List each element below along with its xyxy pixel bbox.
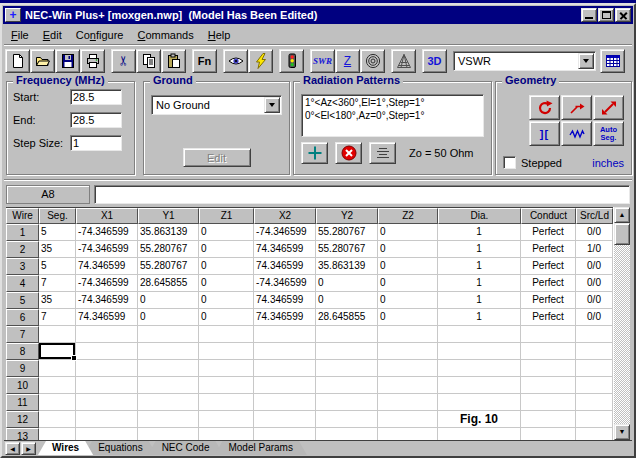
maximize-button[interactable]	[598, 8, 614, 22]
menu-help[interactable]: Help	[201, 27, 238, 43]
active-cell[interactable]	[39, 343, 76, 360]
cell[interactable]	[316, 343, 378, 360]
app-icon[interactable]: +	[5, 8, 21, 22]
cell[interactable]	[254, 428, 316, 440]
cell-reference-box[interactable]: A8	[6, 185, 90, 204]
cell[interactable]: 0	[199, 241, 254, 258]
cell[interactable]	[378, 394, 438, 411]
row-header[interactable]: 12	[6, 411, 39, 428]
cell[interactable]: 74.346599	[254, 292, 316, 309]
cell[interactable]: 74.346599	[254, 309, 316, 326]
cell[interactable]: Perfect	[521, 292, 576, 309]
cell[interactable]	[199, 394, 254, 411]
menu-commands[interactable]: Commands	[130, 27, 200, 43]
scrollbar-track[interactable]	[614, 245, 630, 424]
open-button[interactable]	[30, 49, 55, 73]
row-header[interactable]: 8	[6, 343, 39, 360]
cell[interactable]	[138, 428, 199, 440]
cell[interactable]: 35	[39, 292, 76, 309]
column-header-src-ld[interactable]: Src/Ld	[576, 208, 613, 224]
view-button[interactable]	[223, 49, 248, 73]
pattern-plot-button[interactable]	[360, 49, 385, 73]
cell[interactable]	[138, 411, 199, 428]
cell[interactable]	[76, 428, 138, 440]
cell[interactable]: Perfect	[521, 309, 576, 326]
validate-button[interactable]	[248, 49, 273, 73]
cell[interactable]	[39, 360, 76, 377]
cell[interactable]	[438, 377, 521, 394]
rotate-wire-button[interactable]	[529, 95, 560, 120]
cell[interactable]	[76, 343, 138, 360]
cell[interactable]	[316, 411, 378, 428]
cell[interactable]: 1	[438, 258, 521, 275]
row-header[interactable]: 5	[6, 292, 39, 309]
cell[interactable]: 0	[138, 309, 199, 326]
connect-wires-button[interactable]: ][	[529, 121, 560, 146]
cell[interactable]: 74.346599	[254, 241, 316, 258]
column-header-dia-[interactable]: Dia.	[438, 208, 521, 224]
menu-file[interactable]: File	[4, 27, 36, 43]
cell[interactable]	[199, 326, 254, 343]
cell[interactable]	[138, 343, 199, 360]
cell[interactable]	[138, 360, 199, 377]
ground-edit-button[interactable]: Edit	[183, 148, 251, 167]
cell[interactable]: 0	[138, 292, 199, 309]
cell[interactable]	[254, 343, 316, 360]
scroll-up-button[interactable]: ▲	[614, 207, 630, 223]
cell[interactable]: 0	[378, 241, 438, 258]
new-button[interactable]	[5, 49, 30, 73]
cell[interactable]	[378, 360, 438, 377]
cell[interactable]	[39, 394, 76, 411]
row-header[interactable]: 10	[6, 377, 39, 394]
cell[interactable]: 35.863139	[138, 224, 199, 241]
cell[interactable]	[576, 428, 613, 440]
cell[interactable]	[438, 394, 521, 411]
cell[interactable]	[254, 377, 316, 394]
cell[interactable]: 35.863139	[316, 258, 378, 275]
cell[interactable]	[378, 343, 438, 360]
cell[interactable]: 74.346599	[76, 258, 138, 275]
cell[interactable]	[138, 394, 199, 411]
delete-pattern-button[interactable]	[335, 142, 362, 164]
cell[interactable]	[521, 343, 576, 360]
cell[interactable]	[576, 326, 613, 343]
start-frequency-input[interactable]	[70, 89, 122, 105]
cell[interactable]	[316, 377, 378, 394]
cell[interactable]: 0	[378, 275, 438, 292]
column-header-conduct[interactable]: Conduct	[521, 208, 576, 224]
end-frequency-input[interactable]	[70, 112, 122, 128]
spreadsheet-button[interactable]	[600, 49, 625, 73]
cell[interactable]: 0/0	[576, 275, 613, 292]
cell[interactable]: 0/0	[576, 258, 613, 275]
close-button[interactable]	[615, 8, 631, 22]
row-header[interactable]: 6	[6, 309, 39, 326]
cell[interactable]	[378, 326, 438, 343]
cell[interactable]: Perfect	[521, 258, 576, 275]
column-header-seg-[interactable]: Seg.	[39, 208, 76, 224]
row-header[interactable]: 11	[6, 394, 39, 411]
cell[interactable]: -74.346599	[254, 275, 316, 292]
cell[interactable]	[521, 377, 576, 394]
cell[interactable]	[76, 411, 138, 428]
column-header-y1[interactable]: Y1	[138, 208, 199, 224]
cell[interactable]	[254, 394, 316, 411]
cell[interactable]	[199, 377, 254, 394]
cell[interactable]	[438, 343, 521, 360]
cell[interactable]: 0	[378, 309, 438, 326]
fn-button[interactable]: Fn	[192, 49, 217, 73]
column-header-z2[interactable]: Z2	[378, 208, 438, 224]
cell[interactable]	[521, 360, 576, 377]
translate-wire-button[interactable]	[561, 95, 592, 120]
cell[interactable]	[576, 411, 613, 428]
cell[interactable]	[254, 411, 316, 428]
cell[interactable]: 0	[199, 292, 254, 309]
cell[interactable]	[138, 377, 199, 394]
cell[interactable]	[576, 360, 613, 377]
cell[interactable]	[378, 428, 438, 440]
cell[interactable]	[39, 326, 76, 343]
cell[interactable]: 0	[199, 275, 254, 292]
cell[interactable]	[76, 377, 138, 394]
scroll-down-button[interactable]: ▼	[614, 424, 630, 440]
cell[interactable]: 74.346599	[254, 258, 316, 275]
impedance-button[interactable]: Z	[335, 49, 360, 73]
